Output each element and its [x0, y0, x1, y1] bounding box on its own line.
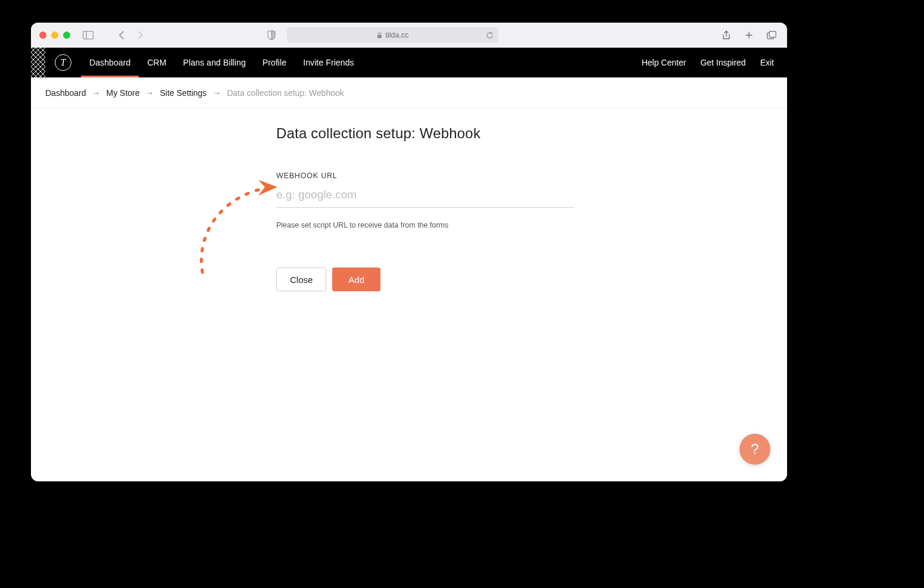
button-label: Close [290, 275, 313, 285]
crumb-site-settings[interactable]: Site Settings [160, 88, 207, 98]
brand-logo[interactable]: T [45, 48, 81, 77]
nav-crm[interactable]: CRM [139, 48, 174, 77]
close-button[interactable]: Close [276, 267, 326, 291]
share-icon[interactable] [719, 28, 733, 42]
exit-link[interactable]: Exit [760, 58, 774, 67]
url-bar[interactable]: tilda.cc [287, 27, 498, 43]
sidebar-toggle-icon[interactable] [81, 28, 95, 42]
button-label: Add [348, 275, 364, 285]
breadcrumb: Dashboard → My Store → Site Settings → D… [31, 77, 787, 108]
privacy-shield-icon[interactable] [264, 28, 279, 42]
help-center-link[interactable]: Help Center [642, 58, 686, 67]
crumb-my-store[interactable]: My Store [107, 88, 140, 98]
nav-profile[interactable]: Profile [254, 48, 295, 77]
webhook-url-input[interactable] [276, 186, 574, 208]
question-mark-icon: ? [751, 441, 758, 458]
nav-label: Plans and Billing [183, 58, 246, 67]
nav-plans-billing[interactable]: Plans and Billing [175, 48, 254, 77]
get-inspired-link[interactable]: Get Inspired [700, 58, 745, 67]
nav-back-icon[interactable] [114, 28, 129, 42]
chevron-right-icon: → [213, 88, 221, 98]
svg-rect-2 [377, 35, 382, 38]
nav-dashboard[interactable]: Dashboard [81, 48, 139, 77]
nav-forward-icon[interactable] [133, 28, 148, 42]
window-controls [39, 32, 70, 39]
nav-label: Dashboard [89, 58, 130, 67]
browser-chrome: tilda.cc [31, 23, 787, 48]
main-nav: Dashboard CRM Plans and Billing Profile … [81, 48, 363, 77]
reload-icon[interactable] [486, 32, 494, 39]
webhook-url-label: WEBHOOK URL [276, 172, 574, 180]
chevron-right-icon: → [92, 88, 101, 98]
app-header: T Dashboard CRM Plans and Billing Profil… [31, 48, 787, 77]
logo-glyph: T [61, 57, 66, 68]
minimize-window-icon[interactable] [51, 32, 58, 39]
crumb-current: Data collection setup: Webhook [227, 88, 344, 98]
new-tab-icon[interactable] [742, 28, 756, 42]
annotation-arrow-icon [168, 168, 287, 275]
nav-label: Profile [263, 58, 286, 67]
decorative-zigzag-icon [31, 48, 45, 77]
chevron-right-icon: → [146, 88, 154, 98]
svg-rect-0 [83, 32, 93, 39]
nav-label: CRM [147, 58, 166, 67]
svg-rect-4 [769, 32, 776, 38]
page-title: Data collection setup: Webhook [276, 125, 574, 142]
tabs-overview-icon[interactable] [764, 28, 779, 42]
url-host: tilda.cc [386, 31, 409, 39]
nav-invite-friends[interactable]: Invite Friends [295, 48, 362, 77]
nav-label: Invite Friends [303, 58, 354, 67]
add-button[interactable]: Add [332, 267, 380, 291]
browser-window: tilda.cc T Dashboard CRM Plans a [31, 23, 787, 481]
lock-icon [377, 32, 382, 39]
help-fab-button[interactable]: ? [739, 434, 770, 465]
crumb-dashboard[interactable]: Dashboard [45, 88, 86, 98]
maximize-window-icon[interactable] [63, 32, 70, 39]
page-content: Data collection setup: Webhook WEBHOOK U… [31, 108, 787, 306]
close-window-icon[interactable] [39, 32, 46, 39]
webhook-url-help: Please set script URL to receive data fr… [276, 221, 574, 229]
